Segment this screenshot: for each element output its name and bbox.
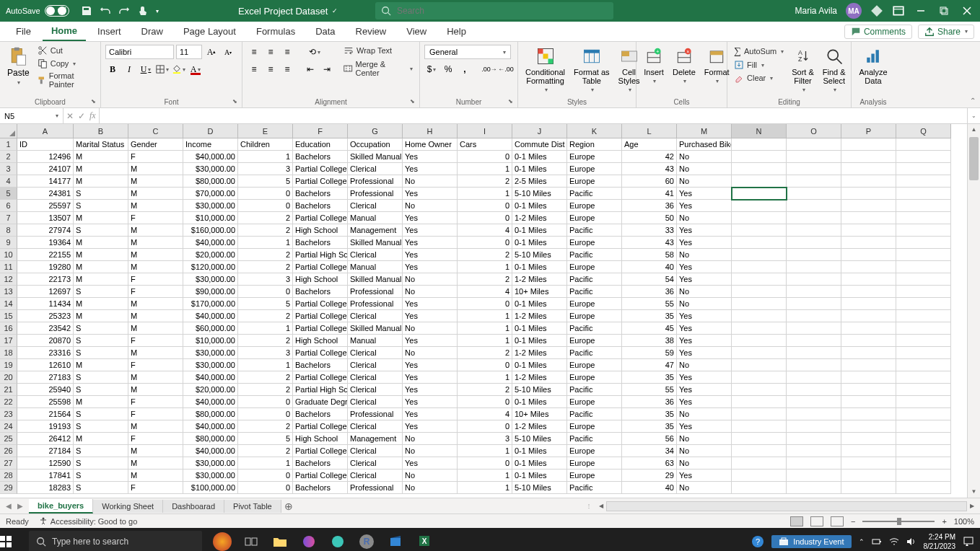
cell[interactable]: Partial College [293, 298, 348, 310]
tab-formulas[interactable]: Formulas [248, 22, 304, 40]
cell[interactable]: Yes [677, 188, 732, 200]
cell[interactable] [787, 237, 841, 249]
cell[interactable]: 38 [622, 335, 677, 347]
cell[interactable]: M [128, 163, 183, 175]
cell[interactable] [841, 470, 896, 482]
row-header[interactable]: 12 [0, 273, 17, 286]
cell[interactable]: 36 [622, 396, 677, 408]
decrease-font-button[interactable]: A▾ [221, 45, 235, 59]
cell[interactable] [841, 200, 896, 212]
cell[interactable] [787, 261, 841, 273]
cell[interactable]: Partial High Sc [293, 249, 348, 261]
row-header[interactable]: 20 [0, 371, 17, 384]
cell[interactable]: No [677, 482, 732, 494]
cell[interactable]: Bachelors [293, 200, 348, 212]
row-header[interactable]: 5 [0, 188, 17, 200]
row-header[interactable]: 19 [0, 359, 17, 371]
cell[interactable] [896, 249, 951, 261]
cell[interactable]: Manual [348, 212, 403, 224]
column-header-O[interactable]: O [787, 124, 841, 138]
cell[interactable]: No [677, 163, 732, 175]
cell[interactable]: Education [293, 138, 348, 151]
ribbon-display-icon[interactable] [892, 4, 905, 17]
cell[interactable]: 1 [238, 457, 293, 470]
comma-format-button[interactable]: , [458, 62, 472, 76]
cell[interactable] [841, 175, 896, 188]
cell[interactable] [787, 310, 841, 322]
cell[interactable]: Pacific [567, 408, 622, 420]
cell[interactable]: F [128, 151, 183, 163]
cell[interactable]: S [74, 371, 128, 384]
cell[interactable]: $30,000.00 [183, 470, 238, 482]
cell[interactable] [841, 371, 896, 384]
cell[interactable]: 36 [622, 286, 677, 298]
cell[interactable]: Europe [567, 200, 622, 212]
cell[interactable]: 12610 [17, 359, 74, 371]
cell[interactable]: Yes [403, 237, 458, 249]
sheet-tab-bike-buyers[interactable]: bike_buyers [29, 499, 93, 513]
cell[interactable]: Marital Status [74, 138, 128, 151]
cell[interactable]: Partial College [293, 175, 348, 188]
cell[interactable]: Purchased Bike [677, 138, 732, 151]
cell[interactable]: 5-10 Miles [512, 384, 567, 396]
cell[interactable]: No [403, 445, 458, 457]
cut-button[interactable]: Cut [35, 45, 96, 56]
cell[interactable] [896, 212, 951, 224]
cell[interactable] [896, 384, 951, 396]
cell[interactable]: 0 [238, 200, 293, 212]
cell[interactable]: No [677, 298, 732, 310]
cell[interactable]: Partial College [293, 163, 348, 175]
cell[interactable]: 29 [622, 470, 677, 482]
cell[interactable]: 54 [622, 273, 677, 286]
cell[interactable] [787, 175, 841, 188]
cell[interactable]: Yes [677, 335, 732, 347]
cell[interactable] [732, 420, 787, 433]
cell[interactable]: No [677, 175, 732, 188]
cell[interactable]: Bachelors [293, 286, 348, 298]
cell[interactable]: $30,000.00 [183, 273, 238, 286]
cell[interactable]: 22173 [17, 273, 74, 286]
taskbar-excel-icon[interactable]: X [411, 531, 437, 551]
row-header[interactable]: 8 [0, 224, 17, 237]
cell[interactable]: 2 [458, 249, 512, 261]
cell[interactable]: F [128, 212, 183, 224]
column-header-F[interactable]: F [293, 124, 348, 138]
align-center-button[interactable]: ≡ [263, 62, 278, 76]
row-header[interactable]: 17 [0, 335, 17, 347]
row-header[interactable]: 4 [0, 175, 17, 188]
cell[interactable]: Skilled Manual [348, 273, 403, 286]
cell[interactable]: Clerical [348, 347, 403, 359]
accounting-format-button[interactable]: $▾ [424, 62, 439, 76]
cell[interactable]: 1 [458, 470, 512, 482]
cell[interactable] [896, 188, 951, 200]
comments-button[interactable]: Comments [844, 25, 912, 39]
cell[interactable]: Yes [403, 188, 458, 200]
tab-review[interactable]: Review [347, 22, 395, 40]
cell[interactable]: Professional [348, 175, 403, 188]
fill-color-button[interactable]: ▾ [172, 62, 186, 76]
cell[interactable]: Commute Dist [512, 138, 567, 151]
cell[interactable]: No [403, 200, 458, 212]
font-size-select[interactable] [176, 45, 202, 59]
cell[interactable]: 0-1 Miles [512, 163, 567, 175]
cell[interactable]: 1 [458, 482, 512, 494]
cell[interactable] [787, 371, 841, 384]
cell[interactable]: 60 [622, 175, 677, 188]
cell[interactable]: Clerical [348, 359, 403, 371]
cell[interactable]: 23542 [17, 322, 74, 335]
cell[interactable]: $30,000.00 [183, 200, 238, 212]
cell[interactable]: Yes [403, 224, 458, 237]
cell[interactable]: Yes [677, 347, 732, 359]
cell[interactable]: S [74, 335, 128, 347]
cell[interactable]: Partial College [293, 371, 348, 384]
cell[interactable]: 1-2 Miles [512, 273, 567, 286]
cell[interactable]: $70,000.00 [183, 188, 238, 200]
cell[interactable]: M [74, 163, 128, 175]
sheet-nav-prev[interactable]: ◀ [6, 502, 12, 510]
cell[interactable]: Partial College [293, 445, 348, 457]
cell[interactable]: S [74, 408, 128, 420]
cell[interactable] [732, 445, 787, 457]
cell[interactable]: Clerical [348, 249, 403, 261]
cell[interactable]: $80,000.00 [183, 175, 238, 188]
cell[interactable]: S [74, 286, 128, 298]
